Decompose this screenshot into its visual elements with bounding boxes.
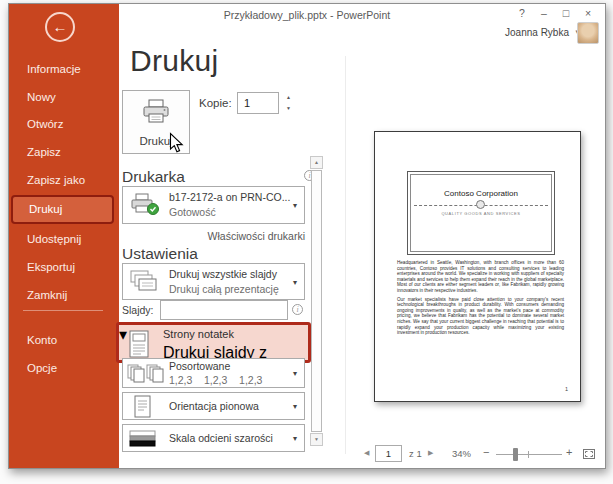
scroll-down-icon[interactable]: ▼ — [310, 433, 323, 446]
printer-section-heading: Drukarka — [122, 168, 185, 186]
panel-divider — [345, 56, 346, 454]
sidebar-item-label: Drukuj — [29, 197, 62, 222]
sidebar-item-konto[interactable]: Konto — [9, 330, 119, 350]
mouse-cursor-icon — [169, 132, 186, 159]
sidebar-item-zapisz-jako[interactable]: Zapisz jako — [9, 170, 119, 190]
stepper-down-icon[interactable]: ▼ — [282, 103, 295, 114]
stepper-up-icon[interactable]: ▲ — [282, 92, 295, 103]
dropdown-title: Posortowane — [169, 360, 230, 372]
sidebar-divider — [23, 310, 103, 311]
copies-label: Kopie: — [199, 97, 232, 109]
slide-emblem-icon — [476, 200, 485, 209]
dropdown-title: Drukuj wszystkie slajdy — [169, 268, 277, 280]
sidebar-item-udostepnij[interactable]: Udostępnij — [9, 229, 119, 249]
slides-info-icon[interactable]: i — [292, 304, 303, 315]
grayscale-icon — [129, 430, 157, 452]
notes-page-number: 1 — [565, 386, 568, 392]
sidebar-item-drukuj-active[interactable]: Drukuj — [11, 195, 114, 224]
sidebar-item-opcje[interactable]: Opcje — [9, 358, 119, 378]
zoom-out-icon[interactable]: − — [483, 446, 489, 458]
back-button[interactable]: ← — [45, 12, 75, 42]
printer-ready-icon — [129, 193, 163, 223]
zoom-in-icon[interactable]: + — [566, 446, 572, 458]
page-number-input[interactable] — [375, 445, 402, 462]
dropdown-title: Strony notatek — [163, 328, 234, 340]
sidebar-item-otworz[interactable]: Otwórz — [9, 114, 119, 134]
scroll-up-icon[interactable]: ▲ — [310, 156, 323, 169]
close-button[interactable]: × — [577, 5, 599, 21]
chevron-down-icon: ▾ — [119, 325, 127, 344]
printer-dropdown[interactable]: b17-2172-a on PRN-CO... Gotowość ▾ — [122, 186, 305, 224]
previous-page-icon[interactable]: ◀ — [364, 449, 369, 457]
slide-tagline: QUALITY GOODS AND SERVICES — [411, 211, 551, 216]
sidebar-item-nowy[interactable]: Nowy — [9, 87, 119, 107]
maximize-button[interactable]: □ — [555, 5, 577, 21]
dropdown-subtitle: 1,2,3 1,2,3 1,2,3 — [169, 374, 262, 386]
dropdown-title: Skala odcieni szarości — [169, 432, 273, 444]
slide-title: Contoso Corporation — [411, 189, 551, 198]
collation-dropdown[interactable]: Posortowane 1,2,3 1,2,3 1,2,3 ▾ — [122, 358, 305, 388]
slides-stack-icon — [129, 269, 161, 299]
slide-thumbnail: Contoso Corporation QUALITY GOODS AND SE… — [407, 171, 555, 255]
next-page-icon[interactable]: ▶ — [428, 449, 433, 457]
zoom-slider-track[interactable] — [496, 454, 562, 455]
chevron-down-icon: ▾ — [293, 434, 297, 443]
help-button[interactable]: ? — [511, 5, 533, 21]
fit-to-window-icon[interactable] — [582, 447, 596, 465]
portrait-page-icon — [133, 395, 153, 424]
dropdown-subtitle: Drukuj całą prezentację — [169, 283, 279, 295]
page-total-label: z 1 — [409, 448, 422, 459]
account-name[interactable]: Joanna Rybka — [505, 27, 569, 38]
print-range-dropdown[interactable]: Drukuj wszystkie slajdy Drukuj całą prez… — [122, 263, 305, 300]
chevron-down-icon: ▾ — [293, 201, 297, 210]
notes-text: Headquartered in Seattle, Washington, wi… — [397, 260, 564, 339]
chevron-down-icon: ▾ — [293, 402, 297, 411]
back-arrow-icon: ← — [53, 18, 68, 35]
slides-range-input[interactable] — [160, 300, 288, 320]
scrollbar-thumb[interactable] — [311, 170, 322, 432]
sidebar-item-informacje[interactable]: Informacje — [9, 59, 119, 79]
notes-paragraph: Our market specialists have paid close a… — [397, 297, 564, 336]
slide-inner-border: Contoso Corporation QUALITY GOODS AND SE… — [410, 174, 552, 252]
sidebar-item-zamknij[interactable]: Zamknij — [9, 285, 119, 305]
printer-name: b17-2172-a on PRN-CO... — [169, 191, 290, 203]
copies-stepper: ▲ ▼ — [282, 92, 295, 114]
page-title: Drukuj — [130, 44, 219, 78]
backstage-sidebar: ← Informacje Nowy Otwórz Zapisz Zapisz j… — [9, 4, 119, 468]
chevron-down-icon: ▾ — [293, 369, 297, 378]
copies-input[interactable] — [237, 92, 279, 114]
print-layout-dropdown-notes-pages[interactable]: Strony notatek Drukuj slajdy z notatkami… — [116, 322, 311, 363]
powerpoint-window: Przykładowy_plik.pptx - PowerPoint ? – □… — [8, 3, 606, 469]
orientation-dropdown[interactable]: Orientacja pionowa ▾ — [122, 392, 305, 420]
minimize-button[interactable]: – — [533, 5, 555, 21]
settings-scrollbar: ▲ ▼ — [310, 156, 323, 446]
dropdown-title: Orientacja pionowa — [169, 400, 259, 412]
slides-range-label: Slajdy: — [122, 304, 154, 316]
zoom-percent[interactable]: 34% — [452, 448, 471, 459]
color-mode-dropdown[interactable]: Skala odcieni szarości ▾ — [122, 424, 305, 452]
sidebar-item-eksportuj[interactable]: Eksportuj — [9, 257, 119, 277]
collated-pages-icon — [127, 362, 165, 390]
zoom-slider-thumb[interactable] — [513, 448, 518, 461]
window-controls: ? – □ × — [511, 5, 599, 21]
sidebar-item-zapisz[interactable]: Zapisz — [9, 142, 119, 162]
printer-icon — [140, 98, 172, 130]
settings-section-heading: Ustawienia — [122, 245, 198, 263]
notes-paragraph: Headquartered in Seattle, Washington, wi… — [397, 260, 564, 294]
avatar[interactable] — [577, 22, 599, 44]
zoom-slider-tick — [528, 451, 529, 458]
printer-properties-link[interactable]: Właściwości drukarki — [122, 230, 305, 242]
chevron-down-icon: ▾ — [293, 277, 297, 286]
printer-status: Gotowość — [169, 206, 216, 218]
window-title: Przykładowy_plik.pptx - PowerPoint — [69, 9, 545, 21]
print-preview-page: Contoso Corporation QUALITY GOODS AND SE… — [374, 131, 581, 402]
